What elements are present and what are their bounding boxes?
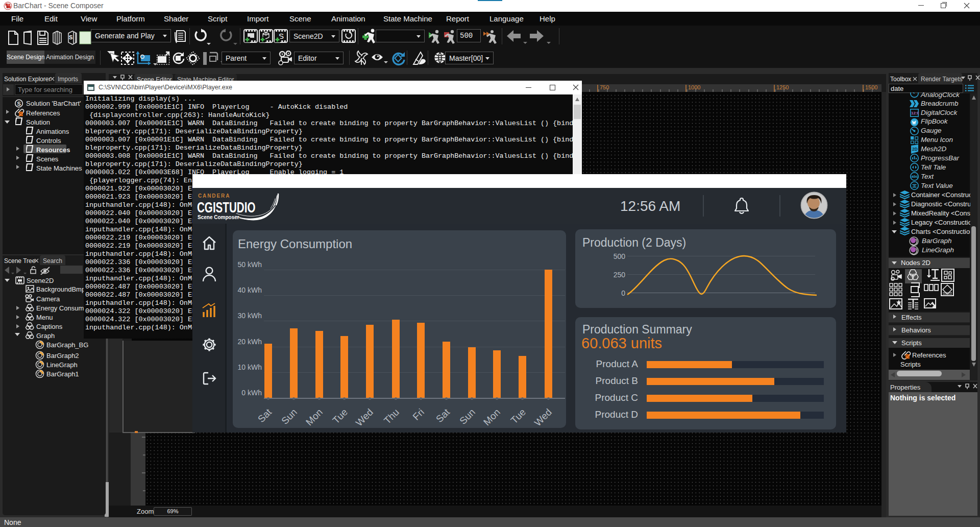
svg-text:12:0: 12:0 (911, 111, 919, 115)
svg-text:2D: 2D (912, 147, 918, 152)
svg-text:S: S (17, 101, 20, 107)
svg-text:750: 750 (600, 84, 609, 90)
svg-text:S: S (69, 34, 72, 40)
svg-text:1000: 1000 (688, 84, 700, 90)
svg-text:1500: 1500 (865, 84, 877, 90)
svg-text:abc: abc (912, 174, 918, 179)
svg-text:1250: 1250 (776, 84, 789, 90)
